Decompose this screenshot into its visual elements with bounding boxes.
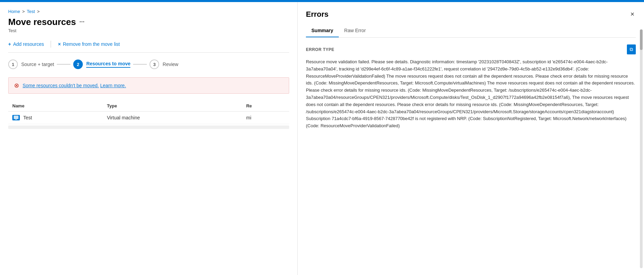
error-icon: ⊗: [14, 82, 19, 89]
step-2-label: Resources to move: [86, 61, 130, 68]
toolbar: + Add resources × Remove from the move l…: [8, 40, 289, 53]
table-container: Name Type Re: [8, 101, 289, 268]
step-1-circle: 1: [8, 60, 18, 69]
table-header-row: Name Type Re: [8, 101, 289, 112]
breadcrumb-home[interactable]: Home: [8, 9, 20, 14]
errors-header: Errors ×: [306, 9, 636, 19]
right-panel: Errors × Summary Raw Error ERROR TYPE ⧉ …: [298, 2, 644, 275]
main-layout: Home > Test > Move resources ··· Test + …: [0, 2, 644, 275]
error-tabs: Summary Raw Error: [306, 25, 636, 38]
breadcrumb-sep2: >: [37, 9, 40, 14]
remove-from-list-button[interactable]: × Remove from the move list: [58, 40, 120, 48]
resource-name: Test: [23, 115, 32, 120]
resource-table: Name Type Re: [8, 101, 289, 124]
learn-more-link[interactable]: Learn more.: [100, 83, 126, 88]
step-3-label: Review: [163, 62, 178, 67]
horizontal-scrollbar[interactable]: [8, 126, 289, 129]
cell-name: Test: [8, 112, 103, 124]
error-text-content: Resource move validation failed. Please …: [306, 58, 636, 130]
vertical-scrollbar[interactable]: [640, 29, 643, 268]
left-panel: Home > Test > Move resources ··· Test + …: [0, 2, 298, 275]
copy-button[interactable]: ⧉: [627, 44, 636, 54]
step-connector-2: [133, 64, 147, 65]
breadcrumb-sep1: >: [22, 9, 25, 14]
add-resources-label: Add resources: [13, 41, 44, 47]
error-link[interactable]: Some resources couldn't be moved.: [23, 83, 99, 88]
error-message: Some resources couldn't be moved. Learn …: [23, 83, 126, 88]
svg-rect-0: [14, 116, 18, 119]
step-2[interactable]: 2 Resources to move: [73, 60, 130, 69]
more-options-icon[interactable]: ···: [79, 18, 85, 26]
step-3[interactable]: 3 Review: [150, 60, 178, 69]
tab-summary[interactable]: Summary: [306, 25, 339, 37]
remove-label: Remove from the move list: [63, 41, 120, 47]
step-1[interactable]: 1 Source + target: [8, 60, 54, 69]
table-row[interactable]: Test Virtual machine mi: [8, 112, 289, 124]
col-re: Re: [242, 101, 289, 112]
remove-icon: ×: [58, 41, 61, 47]
step-1-label: Source + target: [21, 62, 54, 67]
add-resources-button[interactable]: + Add resources: [8, 40, 44, 48]
breadcrumb: Home > Test >: [8, 9, 289, 14]
scrollbar-thumb[interactable]: [640, 29, 643, 50]
step-2-circle: 2: [73, 60, 83, 69]
close-button[interactable]: ×: [629, 9, 636, 19]
error-banner: ⊗ Some resources couldn't be moved. Lear…: [8, 77, 289, 94]
tab-raw-error[interactable]: Raw Error: [339, 25, 371, 37]
col-name: Name: [8, 101, 103, 112]
error-type-label: ERROR TYPE: [306, 47, 334, 52]
page-title-text: Move resources: [8, 17, 76, 27]
page-title: Move resources ···: [8, 17, 289, 27]
page-subtitle: Test: [8, 28, 289, 33]
step-connector-1: [57, 64, 70, 65]
steps: 1 Source + target 2 Resources to move 3 …: [8, 60, 289, 69]
cell-type: Virtual machine: [103, 112, 242, 124]
errors-title: Errors: [306, 10, 329, 19]
error-type-header: ERROR TYPE ⧉: [306, 44, 636, 54]
vm-icon: [12, 115, 20, 120]
step-3-circle: 3: [150, 60, 159, 69]
svg-rect-1: [15, 119, 17, 120]
col-type: Type: [103, 101, 242, 112]
add-icon: +: [8, 41, 11, 47]
cell-re: mi: [242, 112, 289, 124]
toolbar-divider: [51, 41, 51, 48]
breadcrumb-test[interactable]: Test: [27, 9, 35, 14]
